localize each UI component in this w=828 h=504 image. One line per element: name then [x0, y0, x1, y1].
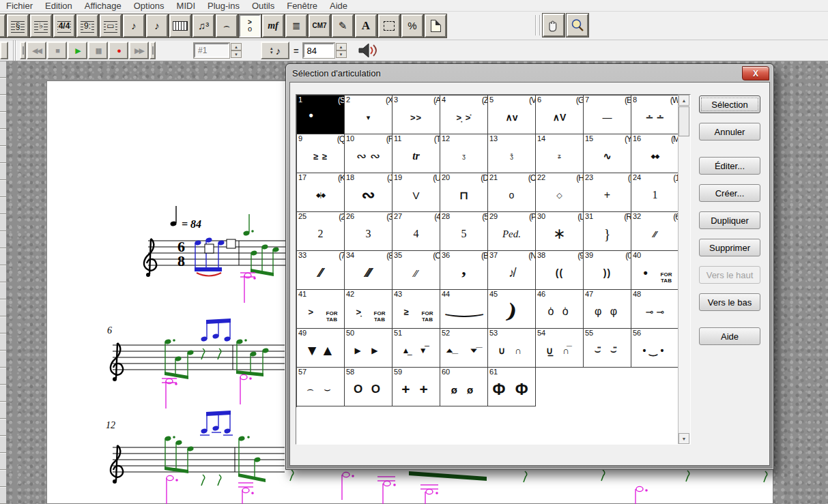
spinner-down-icon[interactable]: ▼ [231, 50, 242, 58]
vertical-scrollbar[interactable]: ▲ ▼ [678, 95, 690, 444]
clef-tool[interactable]: 9: [76, 14, 98, 38]
articulation-staccatissimo[interactable]: 2(X)▾ [345, 95, 392, 134]
articulation-tool[interactable]: >o [239, 14, 261, 38]
spinner-up-icon[interactable]: ▲ [231, 43, 242, 50]
smartshape-tool[interactable]: ⌢ [216, 14, 238, 38]
move-up-button[interactable]: Vers le haut [699, 266, 760, 284]
stop-button[interactable]: ■ [47, 42, 67, 59]
articulation-tremolo-3[interactable]: 34(8)∕∕∕ [345, 251, 392, 290]
articulation-curve-eyes[interactable]: 56•‿• [631, 329, 679, 368]
menu-midi[interactable]: MIDI [171, 1, 201, 11]
hand-grabber-tool[interactable] [543, 14, 565, 37]
articulation-mordent-line[interactable]: 17(K)◆|◆ [297, 173, 345, 212]
articulation-wide-slur[interactable]: 44‿ [440, 290, 488, 329]
articulation-fingering-2[interactable]: 25(2)2 [297, 212, 345, 251]
midi-keyboard-tool[interactable] [169, 14, 191, 38]
articulation-accent-tenuto[interactable]: 9(Q)≥ ≥ [297, 134, 345, 173]
scroll-up-icon[interactable]: ▲ [679, 95, 689, 106]
tempo-spinner[interactable]: ▲ ▼ [336, 43, 347, 58]
articulation-caesura[interactable]: 35(C)⁄⁄ [392, 251, 440, 290]
articulation-slashed-circles[interactable]: 60ø ø [440, 368, 488, 406]
staff-setup-tool[interactable]: § [7, 14, 29, 38]
articulation-fingering-1[interactable]: 24(1)1 [631, 173, 679, 212]
key-signature-tool[interactable]: ♭ [30, 14, 52, 38]
zoom-tool[interactable] [567, 14, 588, 37]
partial-button[interactable] [0, 42, 8, 59]
articulation-triangle-lines-flat[interactable]: 52▲̲ ▼̅ [440, 329, 488, 368]
articulation-breath-mark[interactable]: 36(B), [440, 251, 488, 290]
articulation-tremolo-2[interactable]: 33(7)∕∕ [297, 251, 345, 290]
delete-button[interactable]: Supprimer [699, 239, 760, 256]
expression-tool[interactable]: mf [262, 14, 284, 38]
articulation-accent[interactable]: 3(A)>> [392, 95, 440, 134]
articulation-brace[interactable]: 31(R)} [584, 212, 631, 251]
articulation-paren-left[interactable]: 38(9)(( [536, 251, 584, 290]
articulation-harmonic-diamond[interactable]: 22(H)◇ [536, 173, 584, 212]
record-button[interactable]: ● [109, 42, 128, 59]
articulation-paren-right[interactable]: 39(0))) [584, 251, 631, 290]
articulation-pedal-down[interactable]: 29(P)Ped. [488, 212, 536, 251]
edit-button[interactable]: Éditer... [699, 157, 760, 175]
articulation-staccato[interactable]: 1(S)• [297, 95, 345, 134]
rewind-button[interactable]: ◀◀ [27, 42, 46, 59]
menu-options[interactable]: Options [128, 1, 171, 11]
articulation-triangle-lines[interactable]: 51▲̲ ▼̅ [392, 329, 440, 368]
articulation-fingering-4[interactable]: 27(4)4 [392, 212, 440, 251]
articulation-marcato-staccato[interactable]: 6(G)∧V [536, 95, 584, 134]
create-button[interactable]: Créer... [699, 184, 760, 202]
articulation-bend-stems[interactable]: 46o̍ o̍ [536, 290, 584, 329]
articulation-right-triangles[interactable]: 50▶ ▶ [345, 329, 392, 368]
start-marker[interactable] [20, 42, 26, 59]
menu-affichage[interactable]: Affichage [78, 1, 128, 11]
articulation-ornament-2[interactable]: 13ǯ [488, 134, 536, 173]
articulation-ornament-3[interactable]: 14ʑ [536, 134, 584, 173]
articulation-circle-stems-thin[interactable]: 47φ φ [584, 290, 631, 329]
articulation-fermata-pair[interactable]: 10(F)∾ ∾ [345, 134, 392, 173]
cancel-button[interactable]: Annuler [699, 123, 760, 140]
articulation-accent-tab[interactable]: 41>FOR TAB [297, 290, 345, 329]
repeat-staff-tool[interactable]: ≣ [285, 14, 307, 38]
articulation-staccato-tab[interactable]: 40•FOR TAB [631, 251, 679, 290]
scrollbar-thumb[interactable] [679, 106, 689, 136]
partial-tool[interactable] [0, 14, 5, 38]
chord-tool[interactable]: CM7 [309, 14, 330, 38]
close-icon[interactable]: X [742, 66, 769, 80]
articulation-down-bow[interactable]: 20(D)⊓ [440, 173, 488, 212]
articulation-bend-curve[interactable]: 45) [488, 290, 536, 329]
articulation-marcato[interactable]: 5(V)∧v [488, 95, 536, 134]
menu-edition[interactable]: Edition [39, 1, 78, 11]
articulation-curve-dots[interactable]: 55⌣̈ ⌣̈ [584, 329, 631, 368]
articulation-accent-tenuto-tab[interactable]: 43≥FOR TAB [392, 290, 440, 329]
articulation-stopped[interactable]: 23(I)+ [584, 173, 631, 212]
move-down-button[interactable]: Vers le bas [699, 293, 760, 311]
articulation-line-circles[interactable]: 48⊸ ⊸ [631, 290, 679, 329]
articulation-turn[interactable]: 18(J)∾ [345, 173, 392, 212]
articulation-circle-stems[interactable]: 61Φ Φ [488, 368, 536, 406]
articulation-slash-pair[interactable]: 32(6)∕∕ [631, 212, 679, 251]
spinner-up-icon[interactable]: ▲ [336, 43, 347, 50]
time-signature-tool[interactable]: 4/4 [53, 14, 75, 38]
articulation-outline-curves[interactable]: 57⌢ ⌣ [297, 368, 345, 406]
menu-aide[interactable]: Aide [324, 1, 354, 11]
articulation-open-circles[interactable]: 58O O [345, 368, 392, 406]
measure-tool[interactable]: ▭ [100, 14, 122, 38]
measure-counter-spinner[interactable]: ▲ ▼ [231, 43, 242, 58]
selection-button[interactable]: Sélection [699, 95, 760, 113]
duplicate-button[interactable]: Dupliquer [699, 211, 760, 229]
tuplet-tool[interactable]: ♫³ [192, 14, 214, 38]
dialog-titlebar[interactable]: Sélection d'articulation X [289, 64, 770, 82]
menu-fenetre[interactable]: Fenêtre [281, 1, 324, 11]
spinner-down-icon[interactable]: ▼ [336, 50, 347, 58]
articulation-accent-staccato[interactable]: 4(Z)>̣ >̇ [440, 95, 488, 134]
articulation-mordent[interactable]: 15(Y)∿ [584, 134, 631, 173]
articulation-plus-pair[interactable]: 59+ + [392, 368, 440, 406]
articulation-grace-note-slash[interactable]: 37(N)♪̸ [488, 251, 536, 290]
menu-fichier[interactable]: Fichier [0, 1, 39, 11]
articulation-fingering-5[interactable]: 28(5)5 [440, 212, 488, 251]
articulation-large-triangles[interactable]: 49▼▲ [297, 329, 345, 368]
menu-outils[interactable]: Outils [246, 1, 281, 11]
articulation-harmonic-open[interactable]: 21(O)o [488, 173, 536, 212]
speedy-entry-tool[interactable]: ♪ [146, 14, 168, 38]
articulation-fingering-3[interactable]: 26(3)3 [345, 212, 392, 251]
articulation-tenuto-staccato[interactable]: 8(W)∸ ∸ [631, 95, 679, 134]
